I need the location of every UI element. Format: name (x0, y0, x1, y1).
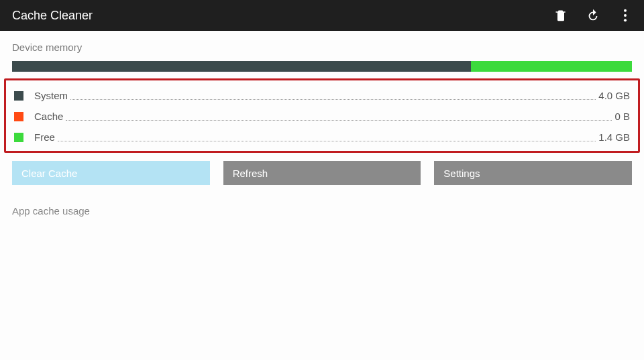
memory-legend-highlight: System 4.0 GB Cache 0 B Free 1.4 GB (4, 78, 640, 153)
memory-usage-bar (12, 61, 632, 72)
swatch-cache-icon (14, 112, 23, 121)
legend-value-free: 1.4 GB (598, 131, 630, 143)
swatch-free-icon (14, 133, 23, 142)
actionbar-actions (553, 7, 636, 23)
swatch-system-icon (14, 91, 23, 101)
memory-used-segment (12, 61, 471, 72)
svg-point-1 (624, 14, 627, 17)
legend-value-cache: 0 B (614, 111, 630, 122)
app-title: Cache Cleaner (12, 9, 553, 23)
legend-row-system: System 4.0 GB (14, 84, 630, 105)
legend-label-free: Free (34, 131, 55, 143)
settings-button[interactable]: Settings (434, 161, 632, 185)
legend-label-system: System (34, 90, 68, 101)
trash-icon[interactable] (553, 7, 569, 23)
svg-point-0 (624, 9, 627, 12)
actionbar: Cache Cleaner (0, 0, 644, 31)
legend-leader (70, 99, 596, 100)
refresh-button[interactable]: Refresh (223, 161, 421, 185)
app-cache-usage-label: App cache usage (12, 205, 632, 217)
legend-leader (66, 120, 612, 121)
overflow-menu-icon[interactable] (617, 7, 633, 23)
legend-leader (58, 141, 596, 141)
legend-row-cache: Cache 0 B (14, 105, 630, 126)
svg-point-2 (624, 19, 627, 21)
content-area: Device memory System 4.0 GB Cache 0 B Fr… (0, 31, 644, 217)
legend-row-free: Free 1.4 GB (14, 126, 630, 147)
action-button-row: Clear Cache Refresh Settings (12, 161, 632, 185)
device-memory-label: Device memory (12, 42, 632, 53)
refresh-icon[interactable] (585, 7, 601, 23)
legend-label-cache: Cache (34, 111, 63, 122)
legend-value-system: 4.0 GB (598, 90, 630, 101)
memory-free-segment (471, 61, 632, 72)
clear-cache-button[interactable]: Clear Cache (12, 161, 210, 185)
